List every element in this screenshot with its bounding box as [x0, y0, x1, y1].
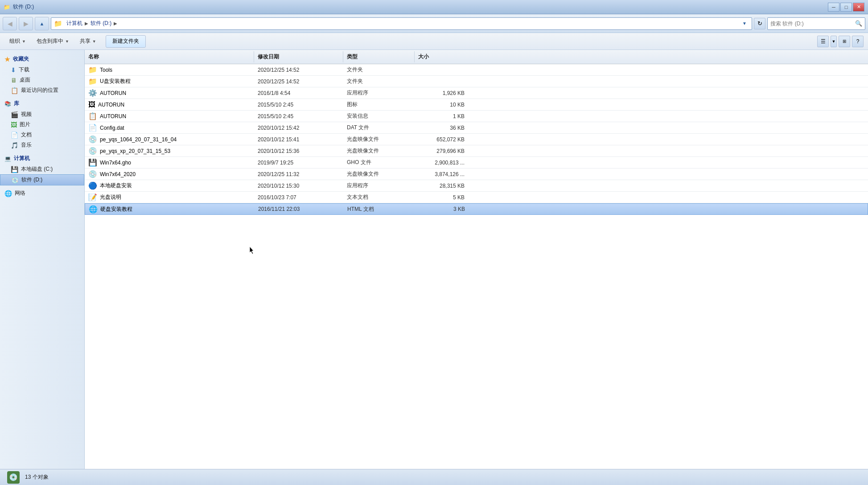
table-row[interactable]: 📁 Tools 2020/12/25 14:52 文件夹 — [85, 64, 868, 76]
sidebar-item-c-drive[interactable]: 💾 本地磁盘 (C:) — [0, 164, 84, 174]
col-header-modified[interactable]: 修改日期 — [254, 51, 343, 62]
file-date: 2015/5/10 2:45 — [254, 113, 343, 119]
file-type: HTML 文档 — [344, 206, 415, 213]
col-header-type[interactable]: 类型 — [343, 51, 415, 62]
table-row[interactable]: ⚙️ AUTORUN 2016/1/8 4:54 应用程序 1,926 KB — [85, 87, 868, 99]
file-name: U盘安装教程 — [100, 78, 131, 85]
sidebar-item-recent[interactable]: 📋 最近访问的位置 — [0, 85, 84, 95]
file-name-cell: 🌐 硬盘安装教程 — [85, 205, 255, 214]
favorites-header[interactable]: ★ 收藏夹 — [0, 53, 84, 65]
sidebar-item-downloads[interactable]: ⬇ 下载 — [0, 65, 84, 75]
file-type: GHO 文件 — [343, 159, 415, 166]
close-button[interactable]: ✕ — [853, 3, 864, 12]
file-name-cell: 🔵 本地硬盘安装 — [85, 181, 254, 190]
file-name: 光盘说明 — [100, 193, 121, 201]
sidebar-item-image[interactable]: 🖼 图片 — [0, 119, 84, 130]
library-header[interactable]: 📚 库 — [0, 98, 84, 109]
toolbar: ◀ ▶ ▲ 📁 计算机 ▶ 软件 (D:) ▶ ▼ ↻ 🔍 — [0, 14, 868, 33]
table-row[interactable]: 💾 Win7x64.gho 2019/9/7 19:25 GHO 文件 2,90… — [85, 157, 868, 169]
share-button[interactable]: 共享 ▼ — [75, 35, 101, 48]
file-name: Config.dat — [100, 125, 124, 131]
file-size: 279,696 KB — [415, 148, 468, 154]
file-size: 36 KB — [415, 125, 468, 131]
table-row[interactable]: 🌐 硬盘安装教程 2016/11/21 22:03 HTML 文档 3 KB — [85, 203, 868, 215]
file-icon: 🌐 — [89, 205, 98, 214]
table-row[interactable]: 🔵 本地硬盘安装 2020/10/12 15:30 应用程序 28,315 KB — [85, 180, 868, 192]
table-row[interactable]: 📄 Config.dat 2020/10/12 15:42 DAT 文件 36 … — [85, 122, 868, 134]
table-row[interactable]: 📝 光盘说明 2016/10/23 7:07 文本文档 5 KB — [85, 192, 868, 203]
sidebar-item-d-drive[interactable]: 💿 软件 (D:) — [0, 174, 84, 185]
minimize-button[interactable]: ─ — [828, 3, 839, 12]
organize-button[interactable]: 组织 ▼ — [4, 35, 31, 48]
file-name-cell: 📄 Config.dat — [85, 123, 254, 132]
file-date: 2020/12/25 11:32 — [254, 171, 343, 177]
view-dropdown-button[interactable]: ▼ — [831, 36, 837, 47]
file-date: 2020/10/12 15:36 — [254, 148, 343, 154]
file-size: 2,900,813 ... — [415, 160, 468, 166]
file-type: 光盘映像文件 — [343, 170, 415, 178]
table-row[interactable]: 💿 Win7x64_2020 2020/12/25 11:32 光盘映像文件 3… — [85, 169, 868, 180]
computer-icon: 💻 — [4, 156, 11, 162]
sidebar-item-desktop[interactable]: 🖥 桌面 — [0, 75, 84, 85]
library-icon: 📚 — [4, 101, 11, 107]
breadcrumb-drive[interactable]: 软件 (D:) — [89, 19, 113, 28]
titlebar-title: 📁 软件 (D:) — [4, 3, 34, 11]
view-toggle-button[interactable]: ☰ — [817, 36, 829, 47]
sidebar-item-video[interactable]: 🎬 视频 — [0, 109, 84, 119]
file-name: AUTORUN — [98, 102, 124, 108]
new-folder-button[interactable]: 新建文件夹 — [106, 35, 146, 48]
up-button[interactable]: ▲ — [35, 17, 49, 30]
file-name-cell: 📝 光盘说明 — [85, 193, 254, 201]
details-pane-button[interactable]: ⊞ — [839, 36, 850, 47]
help-button[interactable]: ? — [852, 36, 864, 47]
recent-icon: 📋 — [11, 87, 18, 94]
file-name: AUTORUN — [100, 90, 126, 96]
breadcrumb-computer[interactable]: 计算机 — [65, 19, 84, 28]
table-row[interactable]: 📋 AUTORUN 2015/5/10 2:45 安装信息 1 KB — [85, 111, 868, 122]
address-dropdown[interactable]: ▼ — [740, 19, 749, 28]
titlebar-controls: ─ □ ✕ — [828, 3, 864, 12]
file-name-cell: 🖼 AUTORUN — [85, 101, 254, 109]
col-header-name[interactable]: 名称 — [85, 51, 254, 62]
network-section: 🌐 网络 — [0, 188, 84, 198]
file-name-cell: 💾 Win7x64.gho — [85, 158, 254, 167]
sidebar-item-network[interactable]: 🌐 网络 — [0, 188, 84, 198]
titlebar: 📁 软件 (D:) ─ □ ✕ — [0, 0, 868, 14]
refresh-button[interactable]: ↻ — [754, 18, 765, 29]
search-bar: 🔍 — [767, 17, 865, 30]
file-name: pe_yqs_1064_20_07_31_16_04 — [100, 136, 177, 143]
c-drive-icon: 💾 — [11, 166, 18, 173]
file-name-cell: 💿 pe_yqs_1064_20_07_31_16_04 — [85, 135, 254, 144]
statusbar-app-icon: 💿 — [7, 471, 20, 484]
sidebar: ★ 收藏夹 ⬇ 下载 🖥 桌面 📋 最近访问的位置 📚 库 � — [0, 50, 85, 469]
music-icon: 🎵 — [11, 142, 18, 149]
table-row[interactable]: 💿 pe_yqs_xp_20_07_31_15_53 2020/10/12 15… — [85, 145, 868, 157]
file-type: 光盘映像文件 — [343, 147, 415, 155]
file-size: 3,874,126 ... — [415, 171, 468, 177]
table-row[interactable]: 💿 pe_yqs_1064_20_07_31_16_04 2020/10/12 … — [85, 134, 868, 145]
include-library-button[interactable]: 包含到库中 ▼ — [32, 35, 74, 48]
file-date: 2016/1/8 4:54 — [254, 90, 343, 96]
maximize-button[interactable]: □ — [840, 3, 852, 12]
sidebar-item-music[interactable]: 🎵 音乐 — [0, 140, 84, 150]
search-input[interactable] — [770, 21, 855, 27]
breadcrumb: 计算机 ▶ 软件 (D:) ▶ — [65, 19, 737, 28]
table-row[interactable]: 🖼 AUTORUN 2015/5/10 2:45 图标 10 KB — [85, 99, 868, 111]
table-row[interactable]: 📁 U盘安装教程 2020/12/25 14:52 文件夹 — [85, 76, 868, 87]
file-size: 652,072 KB — [415, 136, 468, 143]
forward-button[interactable]: ▶ — [19, 17, 33, 30]
file-size: 1 KB — [415, 113, 468, 119]
back-button[interactable]: ◀ — [3, 17, 17, 30]
file-icon: 💿 — [88, 147, 97, 155]
favorites-section: ★ 收藏夹 ⬇ 下载 🖥 桌面 📋 最近访问的位置 — [0, 53, 84, 95]
actionbar-right: ☰ ▼ ⊞ ? — [817, 36, 864, 47]
file-size: 1,926 KB — [415, 90, 468, 96]
download-icon: ⬇ — [11, 66, 16, 74]
video-icon: 🎬 — [11, 111, 18, 118]
file-icon: ⚙️ — [88, 89, 97, 97]
file-type: 应用程序 — [343, 182, 415, 189]
sidebar-item-doc[interactable]: 📄 文档 — [0, 130, 84, 140]
file-type: 光盘映像文件 — [343, 136, 415, 143]
computer-header[interactable]: 💻 计算机 — [0, 153, 84, 164]
col-header-size[interactable]: 大小 — [415, 51, 468, 62]
